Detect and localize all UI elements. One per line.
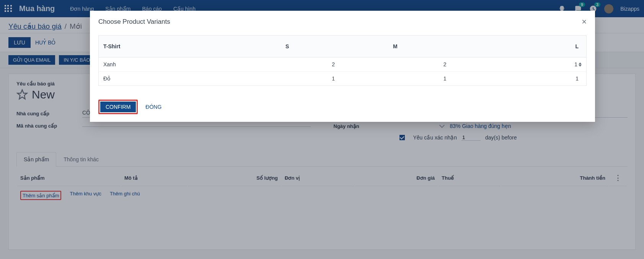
modal-header: Choose Product Variants × [90, 11, 595, 30]
variant-col-l: L [451, 36, 587, 57]
variant-cell-value: 1 [574, 61, 577, 67]
variant-col-m: M [339, 36, 451, 57]
variant-cell[interactable]: 2 [339, 57, 451, 72]
close-icon[interactable]: × [582, 17, 587, 27]
confirm-button[interactable]: CONFIRM [100, 102, 136, 112]
variant-row: Đỏ 1 1 1 [99, 72, 587, 86]
variant-cell-active[interactable]: 1 [451, 57, 587, 72]
variant-cell[interactable]: 1 [235, 72, 340, 86]
variant-cell[interactable]: 1 [339, 72, 451, 86]
variant-modal: Choose Product Variants × T-Shirt S M L … [90, 11, 595, 122]
modal-title: Choose Product Variants [98, 18, 170, 26]
stepper-up-icon[interactable] [579, 62, 582, 64]
stepper-down-icon[interactable] [579, 65, 582, 67]
variant-row: Xanh 2 2 1 [99, 57, 587, 72]
modal-footer: CONFIRM ĐÓNG [90, 94, 595, 122]
variant-row-name: Đỏ [99, 72, 235, 86]
variant-table: T-Shirt S M L Xanh 2 2 1 [98, 35, 587, 86]
close-button[interactable]: ĐÓNG [145, 104, 161, 110]
variant-cell[interactable]: 1 [451, 72, 587, 86]
modal-body: T-Shirt S M L Xanh 2 2 1 [90, 30, 595, 94]
variant-col-s: S [235, 36, 340, 57]
variant-corner-label: T-Shirt [99, 36, 235, 57]
variant-row-name: Xanh [99, 57, 235, 72]
variant-cell[interactable]: 2 [235, 57, 340, 72]
confirm-highlight: CONFIRM [98, 100, 138, 114]
